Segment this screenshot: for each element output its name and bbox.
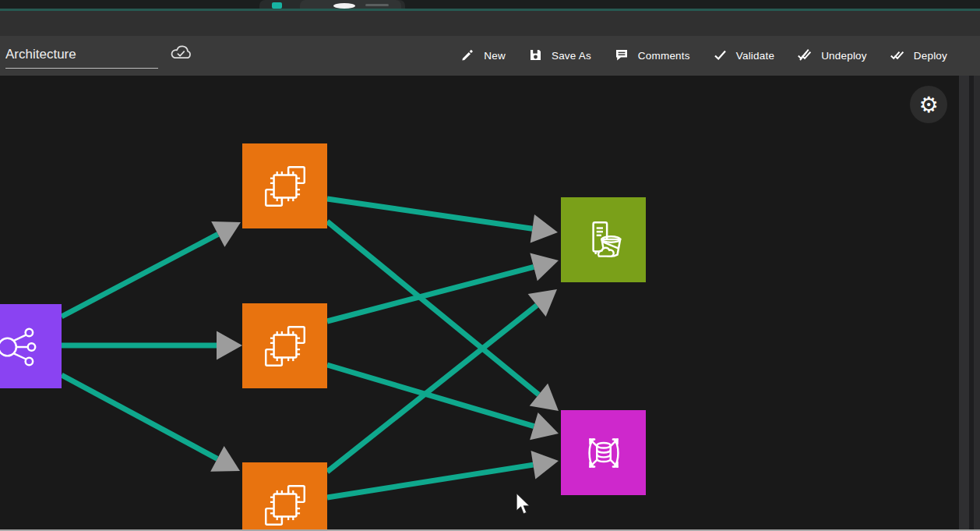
window-scrollbar[interactable] [974,76,980,529]
undeploy-label: Undeploy [821,50,867,62]
browser-strip [0,0,980,9]
validate-button[interactable]: Validate [714,48,774,64]
validate-label: Validate [736,50,774,62]
globe-icon [333,3,355,9]
node-ec2-instance-bottom[interactable] [242,462,327,529]
double-check-icon [890,48,904,64]
cloud-check-icon [169,43,193,69]
new-label: New [484,50,506,62]
header-upper-band [0,11,980,36]
new-button[interactable]: New [461,48,506,64]
diagram-canvas[interactable]: ⚙ [0,76,959,529]
comments-button[interactable]: Comments [615,48,690,64]
diagram-title-input[interactable] [5,45,158,69]
check-icon [714,48,727,64]
tab-app-icon [272,2,282,9]
app-window: New Save As [0,0,980,531]
header-bar: New Save As [0,36,980,76]
save-as-label: Save As [552,50,591,62]
undeploy-button[interactable]: Undeploy [798,48,867,64]
toolbar: New Save As [461,48,947,64]
deploy-label: Deploy [914,50,947,62]
save-as-button[interactable]: Save As [529,48,591,64]
deploy-button[interactable]: Deploy [890,48,947,64]
node-ec2-instance-middle[interactable] [242,303,327,388]
node-scaling-database[interactable] [561,410,646,495]
vertical-scrollbar[interactable] [959,76,969,529]
double-check-slash-icon [798,48,812,64]
edge-layer [0,76,959,529]
browser-tab-fragment[interactable] [259,0,405,9]
mouse-cursor [516,494,531,515]
node-ec2-instance-top[interactable] [242,143,327,228]
canvas-settings-button[interactable]: ⚙ [910,86,947,123]
node-server-bucket[interactable] [561,197,646,282]
node-load-balancer[interactable] [0,304,62,388]
gear-icon: ⚙ [918,92,938,118]
pencil-icon [461,48,474,64]
browser-pill-fragment [300,0,401,9]
comments-label: Comments [638,50,690,62]
tab-text-fragment [365,4,389,6]
floppy-disk-icon [529,48,542,64]
speech-bubble-icon [615,48,629,64]
